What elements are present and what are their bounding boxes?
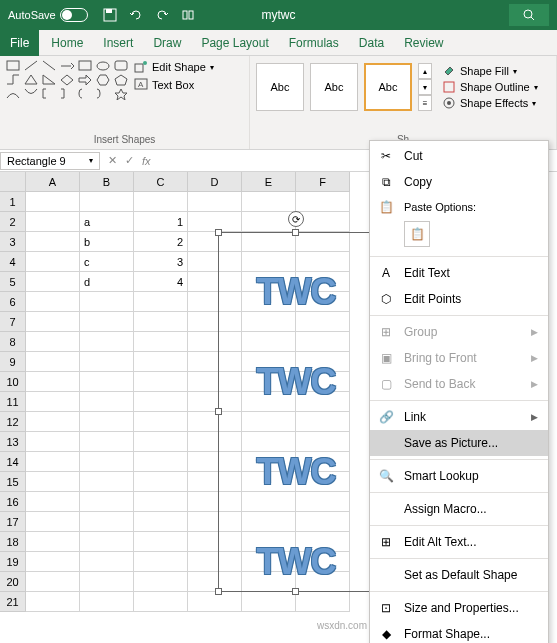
cell[interactable]	[26, 252, 80, 272]
shape-style-1[interactable]: Abc	[256, 63, 304, 111]
cell[interactable]	[26, 452, 80, 472]
cell[interactable]	[296, 212, 350, 232]
edit-shape-button[interactable]: Edit Shape ▾	[134, 60, 214, 74]
cell[interactable]	[242, 192, 296, 212]
cell[interactable]	[26, 572, 80, 592]
cell[interactable]	[80, 192, 134, 212]
cell[interactable]	[26, 492, 80, 512]
resize-handle[interactable]	[292, 229, 299, 236]
cell[interactable]	[80, 592, 134, 612]
cell[interactable]	[26, 352, 80, 372]
menu-edit-text[interactable]: AEdit Text	[370, 260, 548, 286]
cell[interactable]	[80, 332, 134, 352]
row-header[interactable]: 12	[0, 412, 26, 432]
cell[interactable]	[80, 512, 134, 532]
cell[interactable]	[26, 512, 80, 532]
shapes-gallery[interactable]	[6, 60, 128, 100]
cell[interactable]	[134, 352, 188, 372]
cell[interactable]	[80, 552, 134, 572]
cell[interactable]	[134, 472, 188, 492]
cell[interactable]	[80, 292, 134, 312]
cell[interactable]	[134, 512, 188, 532]
shape-style-2[interactable]: Abc	[310, 63, 358, 111]
cell[interactable]	[80, 432, 134, 452]
row-header[interactable]: 4	[0, 252, 26, 272]
cell[interactable]	[80, 472, 134, 492]
cell[interactable]	[26, 592, 80, 612]
cell[interactable]: 3	[134, 252, 188, 272]
rotate-handle-icon[interactable]: ⟳	[288, 211, 304, 227]
cell[interactable]	[26, 232, 80, 252]
tab-data[interactable]: Data	[349, 30, 394, 56]
cell[interactable]	[26, 192, 80, 212]
cell[interactable]	[26, 392, 80, 412]
cell[interactable]: b	[80, 232, 134, 252]
cell[interactable]	[26, 372, 80, 392]
row-header[interactable]: 15	[0, 472, 26, 492]
name-box[interactable]: Rectangle 9 ▾	[0, 152, 100, 170]
paste-option-button[interactable]: 📋	[404, 221, 430, 247]
menu-copy[interactable]: ⧉Copy	[370, 169, 548, 195]
col-header-d[interactable]: D	[188, 172, 242, 192]
wordart-4[interactable]: TWC	[226, 532, 366, 592]
redo-icon[interactable]	[154, 7, 170, 23]
menu-link[interactable]: 🔗Link▶	[370, 404, 548, 430]
col-header-c[interactable]: C	[134, 172, 188, 192]
row-header[interactable]: 16	[0, 492, 26, 512]
menu-edit-points[interactable]: ⬡Edit Points	[370, 286, 548, 312]
cell[interactable]	[134, 332, 188, 352]
cell[interactable]	[134, 312, 188, 332]
row-header[interactable]: 14	[0, 452, 26, 472]
tab-draw[interactable]: Draw	[143, 30, 191, 56]
row-header[interactable]: 7	[0, 312, 26, 332]
cell[interactable]	[26, 412, 80, 432]
cell[interactable]	[188, 592, 242, 612]
row-header[interactable]: 1	[0, 192, 26, 212]
cell[interactable]	[80, 572, 134, 592]
autosave-toggle[interactable]: AutoSave	[8, 8, 88, 22]
save-icon[interactable]	[102, 7, 118, 23]
row-header[interactable]: 21	[0, 592, 26, 612]
cell[interactable]	[188, 192, 242, 212]
wordart-1[interactable]: TWC	[226, 262, 366, 322]
styles-scroll-up[interactable]: ▴	[418, 63, 432, 79]
tab-file[interactable]: File	[0, 30, 39, 56]
row-header[interactable]: 6	[0, 292, 26, 312]
cell[interactable]	[80, 532, 134, 552]
cell[interactable]: 4	[134, 272, 188, 292]
shape-outline-button[interactable]: Shape Outline▾	[442, 80, 538, 94]
resize-handle[interactable]	[215, 229, 222, 236]
cell[interactable]	[26, 532, 80, 552]
tab-page-layout[interactable]: Page Layout	[191, 30, 278, 56]
cell[interactable]	[134, 292, 188, 312]
cell[interactable]	[80, 312, 134, 332]
resize-handle[interactable]	[215, 588, 222, 595]
menu-smart-lookup[interactable]: 🔍Smart Lookup	[370, 463, 548, 489]
col-header-e[interactable]: E	[242, 172, 296, 192]
wordart-2[interactable]: TWC	[226, 352, 366, 412]
row-header[interactable]: 2	[0, 212, 26, 232]
row-header[interactable]: 20	[0, 572, 26, 592]
cell[interactable]	[80, 352, 134, 372]
menu-set-default[interactable]: Set as Default Shape	[370, 562, 548, 588]
cell[interactable]	[26, 212, 80, 232]
tab-home[interactable]: Home	[41, 30, 93, 56]
cells-area[interactable]: ⟳ TWC TWC TWC TWC a1b2c3d4	[26, 192, 350, 612]
cell[interactable]	[134, 532, 188, 552]
cell[interactable]: a	[80, 212, 134, 232]
col-header-b[interactable]: B	[80, 172, 134, 192]
row-header[interactable]: 8	[0, 332, 26, 352]
cell[interactable]	[26, 332, 80, 352]
cell[interactable]	[80, 392, 134, 412]
menu-format-shape[interactable]: ◆Format Shape...	[370, 621, 548, 643]
cell[interactable]	[80, 412, 134, 432]
enter-icon[interactable]: ✓	[125, 154, 134, 167]
cell[interactable]	[134, 572, 188, 592]
cancel-icon[interactable]: ✕	[108, 154, 117, 167]
shape-style-3[interactable]: Abc	[364, 63, 412, 111]
cell[interactable]	[134, 392, 188, 412]
cell[interactable]	[26, 432, 80, 452]
cell[interactable]	[134, 552, 188, 572]
row-header[interactable]: 10	[0, 372, 26, 392]
resize-handle[interactable]	[215, 408, 222, 415]
